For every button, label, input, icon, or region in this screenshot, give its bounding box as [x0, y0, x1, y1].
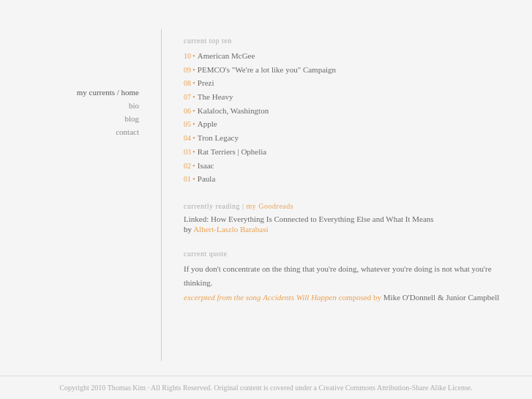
- list-item: 05•Apple: [184, 117, 532, 131]
- list-item: 08•Prezi: [184, 76, 532, 90]
- item-label: Kalaloch, Washington: [198, 106, 269, 115]
- item-number: 02: [184, 162, 191, 170]
- sidebar-divider: [161, 29, 162, 361]
- item-number: 03: [184, 148, 191, 156]
- composed-by-label: composed by: [337, 293, 383, 302]
- page-wrapper: my currents / home bio blog contact curr…: [0, 0, 532, 399]
- footer-text: Copyright 2010 Thomas Kim · All Rights R…: [59, 384, 472, 392]
- book-title: Linked: How Everything Is Connected to E…: [184, 215, 532, 223]
- list-item: 02•Isaac: [184, 159, 532, 173]
- author-link[interactable]: Albert-Laszlo Barabasi: [193, 225, 268, 234]
- sidebar-nav: my currents / home bio blog contact: [0, 88, 139, 136]
- author-prefix: by: [184, 225, 193, 234]
- item-number: 01: [184, 175, 191, 183]
- item-number: 07: [184, 93, 191, 101]
- sidebar-item-bio[interactable]: bio: [129, 101, 139, 110]
- content-area: current top ten 10•American McGee 09•PEM…: [184, 29, 532, 361]
- footer: Copyright 2010 Thomas Kim · All Rights R…: [0, 376, 532, 399]
- quote-attribution: excerpted from the song Accidents Will H…: [184, 291, 532, 305]
- attribution-prefix: excerpted from the song: [184, 293, 263, 302]
- quote-text: If you don't concentrate on the thing th…: [184, 262, 498, 289]
- composers: Mike O'Donnell & Junior Campbell: [383, 293, 499, 302]
- sidebar: my currents / home bio blog contact: [0, 29, 161, 361]
- quote-section: current quote If you don't concentrate o…: [184, 250, 532, 305]
- item-label: Rat Terriers | Ophelia: [198, 147, 266, 156]
- top-ten-section: current top ten 10•American McGee 09•PEM…: [184, 37, 532, 186]
- item-label: Apple: [198, 119, 217, 128]
- list-item: 07•The Heavy: [184, 90, 532, 104]
- list-item: 09•PEMCO's "We're a lot like you" Campai…: [184, 63, 532, 77]
- item-number: 04: [184, 134, 191, 142]
- reading-section: currently reading | my Goodreads Linked:…: [184, 202, 532, 234]
- top-ten-list: 10•American McGee 09•PEMCO's "We're a lo…: [184, 49, 532, 186]
- top-ten-title: current top ten: [184, 37, 532, 45]
- item-label: Paula: [198, 174, 215, 183]
- item-label: Prezi: [198, 78, 214, 87]
- item-number: 09: [184, 66, 191, 74]
- list-item: 01•Paula: [184, 172, 532, 186]
- goodreads-link[interactable]: my Goodreads: [247, 202, 294, 210]
- author-attribution: by Albert-Laszlo Barabasi: [184, 225, 268, 234]
- list-item: 06•Kalaloch, Washington: [184, 104, 532, 118]
- list-item: 10•American McGee: [184, 49, 532, 63]
- item-label: The Heavy: [198, 92, 233, 101]
- reading-title: currently reading | my Goodreads: [184, 202, 532, 210]
- item-number: 08: [184, 79, 191, 87]
- sidebar-item-blog[interactable]: blog: [124, 114, 139, 123]
- sidebar-item-contact[interactable]: contact: [116, 127, 139, 136]
- sidebar-item-home[interactable]: my currents / home: [77, 88, 139, 97]
- main-content: my currents / home bio blog contact curr…: [0, 0, 532, 376]
- item-number: 05: [184, 120, 191, 128]
- item-label: American McGee: [198, 51, 255, 60]
- item-label: PEMCO's "We're a lot like you" Campaign: [198, 65, 336, 74]
- item-label: Tron Legacy: [198, 133, 239, 142]
- item-label: Isaac: [198, 161, 214, 170]
- song-title: Accidents Will Happen: [263, 293, 337, 302]
- list-item: 04•Tron Legacy: [184, 131, 532, 145]
- quote-title: current quote: [184, 250, 532, 258]
- list-item: 03•Rat Terriers | Ophelia: [184, 145, 532, 159]
- item-number: 10: [184, 52, 191, 60]
- item-number: 06: [184, 107, 191, 115]
